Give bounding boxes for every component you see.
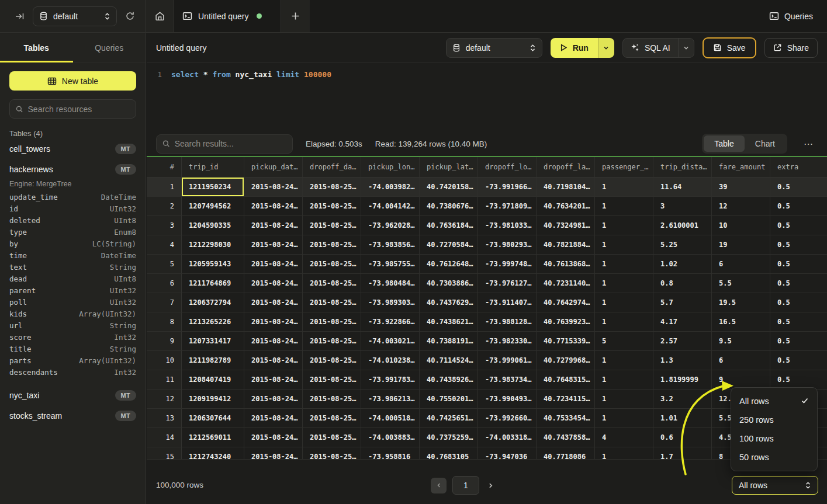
table-cell[interactable]: 2015-08-25… bbox=[303, 178, 361, 196]
row-index[interactable]: 9 bbox=[147, 332, 182, 350]
table-cell[interactable]: 40.7642974… bbox=[537, 293, 595, 312]
sql-editor[interactable]: 1 select * from nyc_taxi limit 100000 bbox=[147, 62, 827, 131]
table-cell[interactable]: -73.983856… bbox=[361, 235, 420, 254]
table-cell[interactable]: 1206307644 bbox=[182, 409, 244, 427]
column-header[interactable]: dropoff_la… bbox=[537, 157, 595, 177]
new-table-button[interactable]: New table bbox=[9, 71, 136, 91]
sidebar-item-cell-towers[interactable]: cell_towers MT bbox=[9, 139, 136, 158]
table-cell[interactable]: 2015-08-25… bbox=[303, 235, 361, 254]
table-cell[interactable]: 0.8 bbox=[653, 274, 712, 293]
table-cell[interactable]: 0.5 bbox=[770, 312, 827, 331]
sidebar-item-hackernews[interactable]: hackernews MT bbox=[9, 159, 136, 179]
table-cell[interactable]: -73.985755… bbox=[361, 255, 420, 273]
page-size-select[interactable]: All rows bbox=[732, 476, 818, 495]
table-cell[interactable]: 11.64 bbox=[653, 178, 712, 196]
table-cell[interactable]: 12 bbox=[712, 197, 770, 215]
row-index[interactable]: 15 bbox=[147, 447, 182, 459]
table-cell[interactable]: 6 bbox=[712, 351, 770, 370]
table-cell[interactable]: 1 bbox=[595, 409, 653, 427]
row-index[interactable]: 4 bbox=[147, 235, 182, 254]
table-cell[interactable]: 40.7639923… bbox=[537, 312, 595, 331]
table-cell[interactable]: -73.976127… bbox=[478, 274, 537, 293]
refresh-button[interactable] bbox=[123, 9, 137, 23]
row-index[interactable]: 11 bbox=[147, 370, 182, 389]
table-cell[interactable]: 1212569011 bbox=[182, 428, 244, 447]
table-cell[interactable]: 0.5 bbox=[770, 197, 827, 215]
sql-ai-options-button[interactable] bbox=[678, 39, 694, 57]
page-size-option[interactable]: 250 rows bbox=[731, 411, 817, 429]
table-cell[interactable]: 40.7231140… bbox=[537, 274, 595, 293]
table-cell[interactable]: 1211982789 bbox=[182, 351, 244, 370]
table-cell[interactable]: 1 bbox=[595, 216, 653, 235]
row-index[interactable]: 5 bbox=[147, 255, 182, 273]
table-cell[interactable]: -73.983734… bbox=[478, 370, 537, 389]
table-cell[interactable]: -74.010238… bbox=[361, 351, 420, 370]
table-cell[interactable]: 2015-08-25… bbox=[303, 293, 361, 312]
table-cell[interactable]: 0.5 bbox=[770, 274, 827, 293]
prev-page-button[interactable] bbox=[431, 478, 447, 493]
table-cell[interactable]: 2015-08-24… bbox=[244, 178, 303, 196]
table-cell[interactable]: 2.57 bbox=[653, 332, 712, 350]
table-cell[interactable]: 40.7533454… bbox=[537, 409, 595, 427]
table-cell[interactable]: 1 bbox=[595, 312, 653, 331]
tab-home[interactable] bbox=[146, 0, 174, 32]
table-cell[interactable]: -73.911407… bbox=[478, 293, 537, 312]
table-cell[interactable]: 2015-08-24… bbox=[244, 447, 303, 459]
table-cell[interactable]: 19 bbox=[712, 235, 770, 254]
table-cell[interactable]: 0.5 bbox=[770, 178, 827, 196]
sidebar-tab-queries[interactable]: Queries bbox=[73, 33, 146, 62]
table-cell[interactable]: 9.5 bbox=[712, 332, 770, 350]
table-cell[interactable]: 2015-08-24… bbox=[244, 312, 303, 331]
row-index[interactable]: 1 bbox=[147, 178, 182, 196]
table-cell[interactable]: -73.992660… bbox=[478, 409, 537, 427]
table-cell[interactable]: 40.7375259… bbox=[420, 428, 478, 447]
table-cell[interactable]: 4 bbox=[595, 428, 653, 447]
page-size-option[interactable]: 100 rows bbox=[731, 429, 817, 448]
row-index[interactable]: 12 bbox=[147, 390, 182, 408]
table-cell[interactable]: 2015-08-25… bbox=[303, 332, 361, 350]
table-cell[interactable]: 1207494562 bbox=[182, 197, 244, 215]
results-search[interactable] bbox=[156, 134, 293, 154]
table-cell[interactable]: -73.980293… bbox=[478, 235, 537, 254]
row-index[interactable]: 8 bbox=[147, 312, 182, 331]
table-cell[interactable]: 1 bbox=[595, 255, 653, 273]
table-cell[interactable]: 0.5 bbox=[770, 370, 827, 389]
table-cell[interactable]: -73.991783… bbox=[361, 370, 420, 389]
table-cell[interactable]: 1211764869 bbox=[182, 274, 244, 293]
table-cell[interactable]: -74.003883… bbox=[361, 428, 420, 447]
table-cell[interactable]: 3 bbox=[653, 197, 712, 215]
table-cell[interactable]: 40.7550201… bbox=[420, 390, 478, 408]
table-cell[interactable]: 40.7683105 bbox=[420, 447, 478, 459]
column-header[interactable]: pickup_dat… bbox=[244, 157, 303, 177]
table-cell[interactable]: 1 bbox=[595, 390, 653, 408]
table-cell[interactable]: 5.7 bbox=[653, 293, 712, 312]
page-size-option[interactable]: All rows bbox=[731, 392, 817, 411]
table-cell[interactable]: 0.5 bbox=[770, 235, 827, 254]
table-cell[interactable]: 2015-08-24… bbox=[244, 351, 303, 370]
table-cell[interactable]: 40.7114524… bbox=[420, 351, 478, 370]
table-cell[interactable]: 0.5 bbox=[770, 351, 827, 370]
share-button[interactable]: Share bbox=[764, 38, 818, 58]
column-header[interactable]: extra bbox=[770, 157, 827, 177]
table-cell[interactable]: 2015-08-25… bbox=[303, 428, 361, 447]
table-cell[interactable]: 2015-08-25… bbox=[303, 370, 361, 389]
table-cell[interactable]: 2015-08-25… bbox=[303, 197, 361, 215]
table-cell[interactable]: 40.7437858… bbox=[537, 428, 595, 447]
view-toggle-table[interactable]: Table bbox=[704, 135, 744, 152]
table-cell[interactable]: 40.7636184… bbox=[420, 216, 478, 235]
table-cell[interactable]: 2015-08-24… bbox=[244, 235, 303, 254]
row-index[interactable]: 10 bbox=[147, 351, 182, 370]
table-cell[interactable]: 0.6 bbox=[653, 428, 712, 447]
column-header[interactable]: pickup_lon… bbox=[361, 157, 420, 177]
table-cell[interactable]: 4.17 bbox=[653, 312, 712, 331]
table-cell[interactable]: -73.947036 bbox=[478, 447, 537, 459]
table-cell[interactable]: 0.5 bbox=[770, 216, 827, 235]
table-cell[interactable]: 40.7634201… bbox=[537, 197, 595, 215]
table-cell[interactable]: 2015-08-25… bbox=[303, 216, 361, 235]
column-header[interactable]: pickup_lat… bbox=[420, 157, 478, 177]
table-cell[interactable]: 2015-08-25… bbox=[303, 390, 361, 408]
table-cell[interactable]: -74.000518… bbox=[361, 409, 420, 427]
table-cell[interactable]: 1205959143 bbox=[182, 255, 244, 273]
column-header[interactable]: dropoff_lo… bbox=[478, 157, 537, 177]
table-cell[interactable]: 1211950234 bbox=[182, 178, 244, 196]
